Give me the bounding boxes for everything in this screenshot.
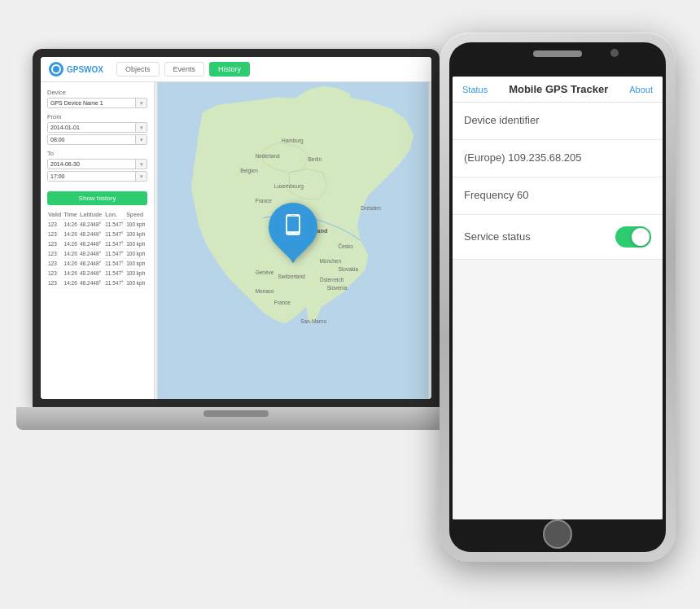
smartphone: Status Mobile GPS Tracker About Device i… bbox=[440, 33, 676, 562]
table-cell: 11.547° bbox=[104, 230, 125, 239]
table-cell: 123 bbox=[47, 230, 63, 239]
gps-app: GPSWOX Objects Events History bbox=[41, 57, 431, 399]
table-row: 12314:2648.2448°11.547°100 kph bbox=[47, 278, 147, 288]
device-input-arrow[interactable]: ▾ bbox=[135, 99, 147, 107]
to-time-text: 17:00 bbox=[48, 172, 135, 181]
phone-screen: Status Mobile GPS Tracker About Device i… bbox=[453, 77, 663, 519]
device-identifier-row: Device identifier bbox=[453, 103, 663, 140]
svg-text:Česko: Česko bbox=[339, 243, 354, 249]
svg-text:Berlin: Berlin bbox=[308, 156, 322, 162]
svg-text:San-Marno: San-Marno bbox=[300, 318, 326, 324]
svg-rect-20 bbox=[287, 217, 299, 231]
device-form-row: Device GPS Device Name 1 ▾ bbox=[47, 89, 147, 108]
table-cell: 123 bbox=[47, 269, 63, 278]
gps-header: GPSWOX Objects Events History bbox=[41, 57, 431, 82]
map-pin bbox=[269, 203, 317, 263]
col-lat: Latitude bbox=[79, 210, 104, 220]
table-cell: 14:26 bbox=[63, 269, 79, 278]
device-input-text: GPS Device Name 1 bbox=[48, 99, 135, 107]
frequency-row: Frequency 60 bbox=[453, 177, 663, 215]
table-row: 12314:2648.2448°11.547°100 kph bbox=[47, 239, 147, 249]
phone-app-header: Status Mobile GPS Tracker About bbox=[453, 77, 663, 103]
gps-logo-text: GPSWOX bbox=[67, 65, 103, 74]
svg-text:München: München bbox=[319, 258, 341, 264]
from-time-input[interactable]: 08:00 ▾ bbox=[47, 134, 147, 145]
pin-phone-icon bbox=[283, 213, 303, 241]
svg-text:Dresden: Dresden bbox=[361, 205, 381, 211]
table-cell: 100 kph bbox=[125, 259, 147, 269]
pin-circle bbox=[259, 192, 328, 261]
ip-address-label: (Europe) 109.235.68.205 bbox=[464, 151, 651, 164]
table-cell: 14:26 bbox=[63, 259, 79, 269]
to-label: To bbox=[47, 150, 147, 157]
gps-content: Device GPS Device Name 1 ▾ From 2014-01-… bbox=[41, 82, 431, 399]
table-cell: 48.2448° bbox=[79, 220, 104, 230]
table-cell: 14:26 bbox=[63, 220, 79, 230]
tab-about[interactable]: About bbox=[629, 85, 653, 94]
ip-address-row: (Europe) 109.235.68.205 bbox=[453, 140, 663, 177]
to-date-input[interactable]: 2014-06-30 ▾ bbox=[47, 159, 147, 169]
table-cell: 48.2448° bbox=[79, 230, 104, 239]
table-cell: 123 bbox=[47, 220, 63, 230]
app-title: Mobile GPS Tracker bbox=[509, 83, 608, 95]
service-status-toggle[interactable] bbox=[615, 226, 651, 248]
table-cell: 14:26 bbox=[63, 230, 79, 239]
to-date-arrow[interactable]: ▾ bbox=[135, 160, 147, 169]
table-cell: 11.547° bbox=[104, 259, 125, 269]
map-area: Nederland Belgien Luxembourg Hamburg Ber… bbox=[155, 82, 431, 399]
nav-history-button[interactable]: History bbox=[209, 62, 250, 77]
to-time-arrow[interactable]: ▾ bbox=[135, 172, 147, 181]
show-history-button[interactable]: Show history bbox=[47, 191, 147, 205]
to-date-text: 2014-06-30 bbox=[48, 160, 135, 169]
frequency-label: Frequency 60 bbox=[464, 189, 651, 201]
left-panel: Device GPS Device Name 1 ▾ From 2014-01-… bbox=[41, 82, 155, 399]
laptop-body: GPSWOX Objects Events History bbox=[33, 49, 440, 407]
from-date-arrow[interactable]: ▾ bbox=[135, 123, 147, 132]
col-valid: Valid bbox=[47, 210, 63, 220]
phone-speaker bbox=[533, 50, 582, 57]
phone-outer: Status Mobile GPS Tracker About Device i… bbox=[440, 33, 676, 562]
device-label: Device bbox=[47, 89, 147, 96]
service-status-row: Service status bbox=[453, 215, 663, 260]
table-cell: 123 bbox=[47, 249, 63, 259]
col-time: Time bbox=[63, 210, 79, 220]
to-time-input[interactable]: 17:00 ▾ bbox=[47, 171, 147, 182]
from-form-row: From 2014-01-01 ▾ 08:00 ▾ bbox=[47, 113, 147, 145]
table-cell: 123 bbox=[47, 278, 63, 288]
toggle-knob bbox=[632, 228, 650, 246]
table-cell: 100 kph bbox=[125, 278, 147, 288]
nav-events-button[interactable]: Events bbox=[164, 62, 205, 77]
table-cell: 14:26 bbox=[63, 249, 79, 259]
gps-logo: GPSWOX bbox=[49, 62, 103, 77]
laptop-base bbox=[16, 407, 456, 430]
table-cell: 100 kph bbox=[125, 230, 147, 239]
history-table: Valid Time Latitude Lon. Speed 12314:264… bbox=[47, 210, 147, 288]
svg-text:Monaco: Monaco bbox=[256, 288, 274, 294]
from-time-text: 08:00 bbox=[48, 135, 135, 144]
table-cell: 48.2448° bbox=[79, 269, 104, 278]
gps-logo-icon bbox=[49, 62, 63, 77]
nav-objects-button[interactable]: Objects bbox=[116, 62, 160, 77]
phone-home-button[interactable] bbox=[543, 519, 572, 549]
from-time-arrow[interactable]: ▾ bbox=[135, 135, 147, 144]
table-cell: 48.2448° bbox=[79, 259, 104, 269]
table-cell: 123 bbox=[47, 259, 63, 269]
col-lon: Lon. bbox=[104, 210, 125, 220]
device-input[interactable]: GPS Device Name 1 ▾ bbox=[47, 98, 147, 108]
table-cell: 123 bbox=[47, 239, 63, 249]
svg-text:Switzerland: Switzerland bbox=[278, 274, 305, 279]
col-speed: Speed bbox=[125, 210, 147, 220]
table-cell: 48.2448° bbox=[79, 249, 104, 259]
table-cell: 14:26 bbox=[63, 239, 79, 249]
svg-text:Österreich: Österreich bbox=[319, 277, 343, 283]
table-cell: 100 kph bbox=[125, 239, 147, 249]
svg-text:Slovenia: Slovenia bbox=[327, 285, 348, 291]
table-cell: 100 kph bbox=[125, 220, 147, 230]
from-label: From bbox=[47, 113, 147, 120]
table-row: 12314:2648.2448°11.547°100 kph bbox=[47, 220, 147, 230]
from-date-input[interactable]: 2014-01-01 ▾ bbox=[47, 122, 147, 133]
laptop-screen: GPSWOX Objects Events History bbox=[41, 57, 431, 399]
table-row: 12314:2648.2448°11.547°100 kph bbox=[47, 230, 147, 239]
table-row: 12314:2648.2448°11.547°100 kph bbox=[47, 249, 147, 259]
tab-status[interactable]: Status bbox=[462, 85, 488, 94]
